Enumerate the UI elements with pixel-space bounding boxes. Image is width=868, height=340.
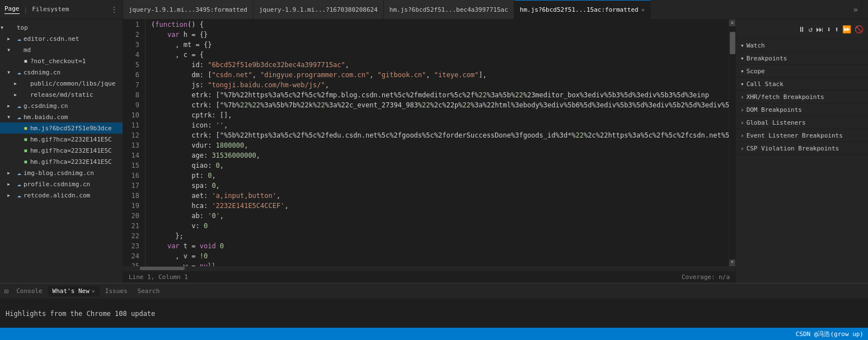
tree-file-icon: ☁	[15, 180, 24, 188]
tree-item-hmbaidu[interactable]: ▾☁hm.baidu.com	[0, 111, 123, 122]
tab-label: jquery-1.9.1.mi...3495:formatted	[129, 6, 247, 13]
tree-item-top[interactable]: ▾top	[0, 22, 123, 33]
tree-label: release/md/static	[30, 91, 93, 98]
tree-item-publiclibs[interactable]: ▸▸public/common/libs/jque	[0, 78, 123, 89]
editor-status-bar: Line 1, Column 1 Coverage: n/a	[123, 271, 735, 283]
tab-filesystem[interactable]: Filesystem	[32, 6, 69, 14]
tree-item-profile[interactable]: ▸☁profile.csdnimg.cn	[0, 178, 123, 190]
tab-search[interactable]: Search	[133, 286, 165, 296]
deactivate-btn[interactable]: 🚫	[855, 25, 864, 34]
tree-file-icon: ■	[21, 126, 30, 131]
code-line: var h = {}	[151, 30, 729, 40]
resume-btn[interactable]: ↺	[809, 25, 813, 34]
whatsnew-close[interactable]: ✕	[92, 288, 95, 294]
call-stack-header[interactable]: ▾ Call Stack	[736, 78, 868, 90]
editor-tab-tab1[interactable]: jquery-1.9.1.mi...3495:formatted	[123, 0, 254, 19]
bottom-content: Highlights from the Chrome 108 update	[0, 299, 868, 328]
line-number: 11	[129, 120, 139, 130]
watch-arrow: ▾	[740, 42, 744, 49]
scroll-down-btn[interactable]: ▼	[729, 259, 735, 266]
tree-item-hmgif1[interactable]: ■hm.gif?hca=2232E141E5C	[0, 134, 123, 145]
tree-label: retcode.alicdn.com	[24, 192, 90, 199]
editor-area: 1234567891011121314151617181920212223242…	[123, 20, 735, 283]
dom-header[interactable]: › DOM Breakpoints	[736, 103, 868, 116]
call-stack-section: ▾ Call Stack	[736, 78, 868, 91]
scope-header[interactable]: ▾ Scope	[736, 65, 868, 77]
code-line: icon: '',	[151, 120, 729, 130]
line-number: 5	[129, 60, 139, 70]
bottom-panel-icon[interactable]: ⊡	[2, 287, 11, 295]
scroll-thumb[interactable]	[730, 32, 735, 54]
scope-label: Scope	[747, 68, 765, 75]
tree-item-hmjs1[interactable]: ■hm.js?6bcd52f51e9b3dce	[0, 122, 123, 134]
code-line: js: "tongji.baidu.com/hm-web/js/",	[151, 80, 729, 90]
code-line: ab: '0',	[151, 211, 729, 221]
tab-issues[interactable]: Issues	[101, 286, 132, 296]
panel-more-icon[interactable]: ⋮	[110, 5, 118, 14]
horizontal-scrollbar[interactable]	[123, 266, 735, 271]
step-out-btn[interactable]: ⬆	[834, 25, 839, 34]
tree-item-md[interactable]: ▾▸md	[0, 44, 123, 55]
call-stack-label: Call Stack	[747, 81, 783, 88]
tree-item-releasemd[interactable]: ▸▸release/md/static	[0, 89, 123, 100]
tree-file-icon: ☁	[15, 35, 24, 42]
tree-item-hmgif3[interactable]: ■hm.gif?hca=2232E141E5C	[0, 156, 123, 167]
scroll-up-btn[interactable]: ▲	[729, 20, 735, 26]
step-over-btn[interactable]: ⏭	[816, 25, 823, 34]
code-line: hca: '2232E141E5C4CCEF',	[151, 201, 729, 211]
event-arrow: ›	[740, 132, 744, 139]
code-line: qiao: 0,	[151, 160, 729, 171]
line-number: 19	[129, 201, 139, 211]
global-arrow: ›	[740, 119, 744, 126]
watch-header[interactable]: ▾ Watch	[736, 39, 868, 51]
breakpoints-header[interactable]: ▾ Breakpoints	[736, 52, 868, 64]
tree-item-imgblog[interactable]: ▸☁img-blog.csdnimg.cn	[0, 167, 123, 178]
tab-close-btn[interactable]: ✕	[641, 7, 645, 13]
tree-item-gcsdnimg[interactable]: ▸☁g.csdnimg.cn	[0, 100, 123, 111]
file-panel: ▾top▸☁editor.csdn.net▾▸md■?not_checkout=…	[0, 20, 123, 283]
tree-item-hmgif2[interactable]: ■hm.gif?hca=2232E141E5C	[0, 145, 123, 156]
global-header[interactable]: › Global Listeners	[736, 116, 868, 129]
tab-label: jquery-1.9.1.mi...?16703802​08624	[259, 6, 378, 13]
editor-tab-tab4[interactable]: hm.js?6bcd52f51...15ac:formatted✕	[514, 0, 651, 19]
tree-label: csdnimg.cn	[24, 69, 60, 76]
code-content[interactable]: (function() { var h = {} , mt = {} , c =…	[146, 20, 729, 266]
line-number: 25	[129, 261, 139, 266]
tree-item-retcode[interactable]: ▸☁retcode.alicdn.com	[0, 190, 123, 201]
step-btn[interactable]: ⏩	[842, 25, 851, 34]
tab-console[interactable]: Console	[12, 286, 46, 296]
line-number: 1	[129, 20, 139, 30]
tab-label: hm.js?6bcd52f51...15ac:formatted	[520, 6, 639, 13]
bottom-text: Highlights from the Chrome 108 update	[6, 310, 155, 318]
code-line: dm: ["csdn.net", "dingyue.programmer.com…	[151, 70, 729, 80]
coverage-info: Coverage: n/a	[682, 273, 730, 281]
line-number: 21	[129, 221, 139, 231]
console-label: Console	[16, 287, 42, 295]
editor-tab-tab3[interactable]: hm.js?6bcd52f51...bec4a3997715ac	[384, 0, 514, 19]
line-number: 15	[129, 160, 139, 171]
global-section: › Global Listeners	[736, 116, 868, 129]
step-into-btn[interactable]: ⬇	[827, 25, 831, 34]
pause-btn[interactable]: ⏸	[798, 25, 805, 34]
code-line: , mt = {}	[151, 40, 729, 50]
tab-whatsnew[interactable]: What's New ✕	[48, 286, 100, 296]
code-line: cptrk: [],	[151, 110, 729, 120]
right-scrollbar[interactable]: ▲ ▼	[729, 20, 735, 266]
code-line: , v = !0	[151, 251, 729, 261]
tree-label: img-blog.csdnimg.cn	[24, 169, 94, 177]
tree-item-csdnimg[interactable]: ▾☁csdnimg.cn	[0, 67, 123, 78]
status-right: CSDN @冯浩(grow up)	[796, 330, 864, 338]
editor-tab-tab2[interactable]: jquery-1.9.1.mi...?16703802​08624	[254, 0, 384, 19]
xhr-label: XHR/fetch Breakpoints	[747, 93, 824, 101]
event-header[interactable]: › Event Listener Breakpoints	[736, 129, 868, 141]
tree-item-notcheckout[interactable]: ■?not_checkout=1	[0, 55, 123, 67]
line-number: 10	[129, 110, 139, 120]
xhr-header[interactable]: › XHR/fetch Breakpoints	[736, 91, 868, 103]
csp-header[interactable]: › CSP Violation Breakpoints	[736, 142, 868, 154]
tabs-overflow-icon[interactable]: »	[850, 5, 861, 14]
code-line: pt: 0,	[151, 171, 729, 181]
tree-item-editor[interactable]: ▸☁editor.csdn.net	[0, 33, 123, 44]
editor-tabs: jquery-1.9.1.mi...3495:formattedjquery-1…	[123, 0, 850, 19]
tab-page[interactable]: Page	[4, 5, 20, 14]
tree-file-icon: ■	[21, 137, 30, 142]
